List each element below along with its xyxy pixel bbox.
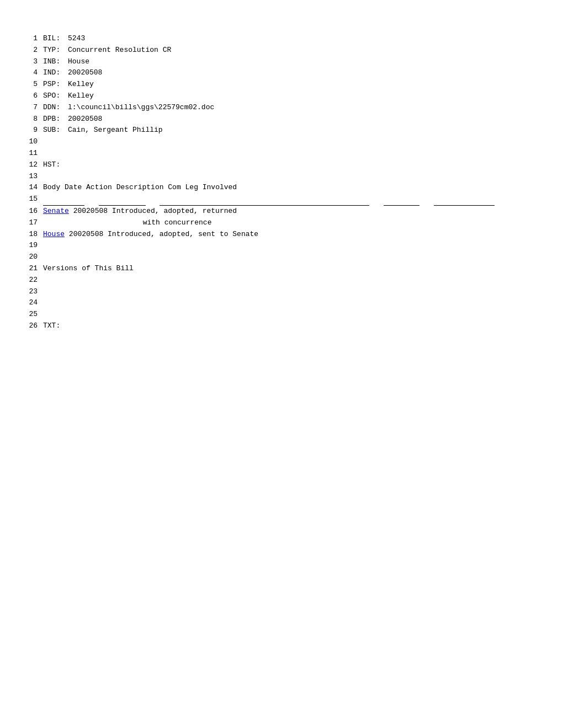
sep-leg bbox=[434, 194, 495, 206]
bil-value: 5243 bbox=[68, 34, 85, 42]
dpb-value: 20020508 bbox=[68, 115, 102, 123]
line-6: 6 SPO:Kelley bbox=[22, 90, 541, 102]
senate-action-line2: with concurrence bbox=[143, 218, 212, 227]
line-4: 4 IND:20020508 bbox=[22, 67, 541, 79]
main-content: 1 BIL:5243 2 TYP:Concurrent Resolution C… bbox=[0, 0, 563, 365]
line-26: 26 TXT: bbox=[22, 320, 541, 332]
senate-link[interactable]: Senate bbox=[43, 207, 69, 215]
line-20: 20 bbox=[22, 251, 541, 263]
ln-5: 5 bbox=[22, 79, 38, 90]
hst-label: HST: bbox=[43, 160, 60, 169]
ln-21: 21 bbox=[22, 263, 38, 275]
ln-18: 18 bbox=[22, 229, 38, 240]
ln-20: 20 bbox=[22, 251, 38, 263]
ln-4: 4 bbox=[22, 67, 38, 79]
line-10: 10 bbox=[22, 136, 541, 148]
ln-12: 12 bbox=[22, 159, 38, 171]
ln-8: 8 bbox=[22, 114, 38, 125]
line-12: 12 HST: bbox=[22, 159, 541, 171]
ddn-label: DDN: bbox=[43, 102, 68, 114]
line-16: 16 Senate 20020508 Introduced, adopted, … bbox=[22, 206, 541, 217]
house-date: 20020508 bbox=[69, 230, 103, 238]
line-13: 13 bbox=[22, 171, 541, 183]
ln-9: 9 bbox=[22, 125, 38, 136]
ind-label: IND: bbox=[43, 67, 68, 79]
line-8: 8 DPB:20020508 bbox=[22, 114, 541, 125]
col-header-date: Date bbox=[65, 183, 82, 191]
ln-1: 1 bbox=[22, 33, 38, 45]
typ-value: Concurrent Resolution CR bbox=[68, 46, 171, 54]
sub-value: Cain, Sergeant Phillip bbox=[68, 126, 163, 134]
ln-16: 16 bbox=[22, 206, 38, 217]
sub-label: SUB: bbox=[43, 125, 68, 136]
inb-label: INB: bbox=[43, 56, 68, 68]
line-25: 25 bbox=[22, 309, 541, 320]
txt-label: TXT: bbox=[43, 322, 60, 330]
line-17: 17 with concurrence bbox=[22, 217, 541, 229]
ln-2: 2 bbox=[22, 45, 38, 56]
senate-date: 20020508 bbox=[73, 207, 108, 215]
typ-label: TYP: bbox=[43, 45, 68, 56]
ln-24: 24 bbox=[22, 297, 38, 309]
line-18: 18 House 20020508 Introduced, adopted, s… bbox=[22, 229, 541, 240]
col-header-body: Body bbox=[43, 183, 60, 191]
ln-6: 6 bbox=[22, 90, 38, 102]
bil-label: BIL: bbox=[43, 33, 68, 45]
ln-3: 3 bbox=[22, 56, 38, 68]
ln-22: 22 bbox=[22, 275, 38, 286]
ln-26: 26 bbox=[22, 320, 38, 332]
house-action: Introduced, adopted, sent to Senate bbox=[108, 230, 258, 238]
col-header-leg: Leg Involved bbox=[185, 183, 237, 191]
ln-23: 23 bbox=[22, 286, 38, 298]
ind-value: 20020508 bbox=[68, 68, 102, 77]
sep-com bbox=[384, 194, 419, 206]
versions-label: Versions of This Bill bbox=[43, 264, 134, 272]
house-body-cell: House bbox=[43, 230, 69, 238]
line-21: 21 Versions of This Bill bbox=[22, 263, 541, 275]
line-14: 14 Body Date Action Description Com Leg … bbox=[22, 182, 541, 194]
ln-25: 25 bbox=[22, 309, 38, 320]
line-2: 2 TYP:Concurrent Resolution CR bbox=[22, 45, 541, 56]
dpb-label: DPB: bbox=[43, 114, 68, 125]
line-9: 9 SUB:Cain, Sergeant Phillip bbox=[22, 125, 541, 136]
line-19: 19 bbox=[22, 240, 541, 251]
spo-value: Kelley bbox=[68, 92, 94, 100]
senate-body-cell: Senate bbox=[43, 207, 73, 215]
line-7: 7 DDN:l:\council\bills\ggs\22579cm02.doc bbox=[22, 102, 541, 114]
line-3: 3 INB:House bbox=[22, 56, 541, 68]
ln-17: 17 bbox=[22, 217, 38, 229]
ln-13: 13 bbox=[22, 171, 38, 183]
sep-date bbox=[99, 194, 146, 206]
sep-body bbox=[43, 194, 84, 206]
senate-action-line1: Introduced, adopted, returned bbox=[112, 207, 237, 215]
ln-15: 15 bbox=[22, 194, 38, 206]
psp-value: Kelley bbox=[68, 80, 94, 88]
ln-19: 19 bbox=[22, 240, 38, 251]
col-header-com: Com bbox=[168, 183, 180, 191]
ln-11: 11 bbox=[22, 148, 38, 159]
house-link[interactable]: House bbox=[43, 230, 65, 238]
col-header-action: Action Description bbox=[86, 183, 163, 191]
ln-10: 10 bbox=[22, 136, 38, 148]
spo-label: SPO: bbox=[43, 90, 68, 102]
ln-7: 7 bbox=[22, 102, 38, 114]
ddn-value: l:\council\bills\ggs\22579cm02.doc bbox=[68, 103, 214, 111]
line-5: 5 PSP:Kelley bbox=[22, 79, 541, 90]
line-22: 22 bbox=[22, 275, 541, 286]
psp-label: PSP: bbox=[43, 79, 68, 90]
line-1: 1 BIL:5243 bbox=[22, 33, 541, 45]
inb-value: House bbox=[68, 57, 89, 66]
sep-action bbox=[160, 194, 369, 206]
line-24: 24 bbox=[22, 297, 541, 309]
ln-14: 14 bbox=[22, 182, 38, 194]
line-23: 23 bbox=[22, 286, 541, 298]
line-11: 11 bbox=[22, 148, 541, 159]
line-15: 15 bbox=[22, 194, 541, 206]
